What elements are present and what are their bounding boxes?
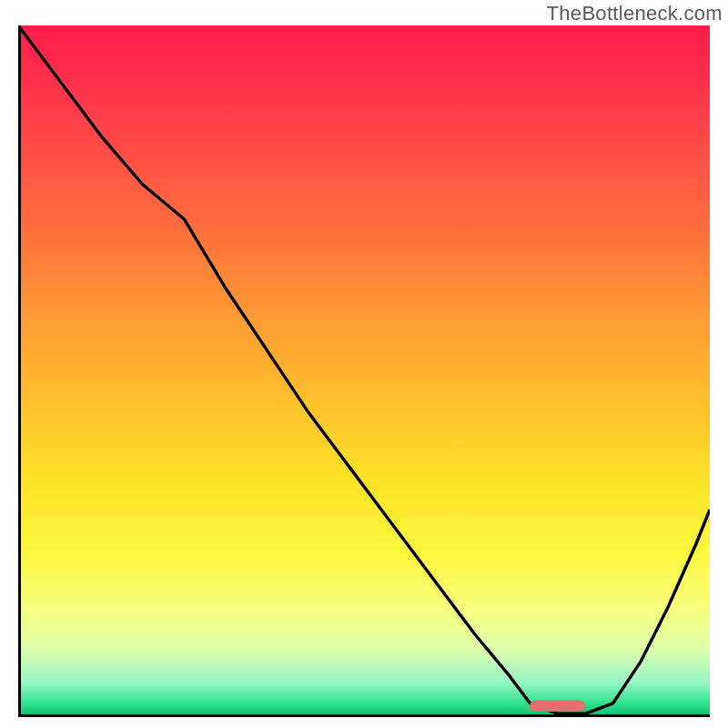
chart-container: TheBottleneck.com [0,0,728,728]
optimal-range-marker [530,701,585,712]
bottleneck-curve [18,25,710,717]
plot-area [18,25,710,717]
watermark-text: TheBottleneck.com [547,2,723,25]
curve-path [18,25,710,713]
